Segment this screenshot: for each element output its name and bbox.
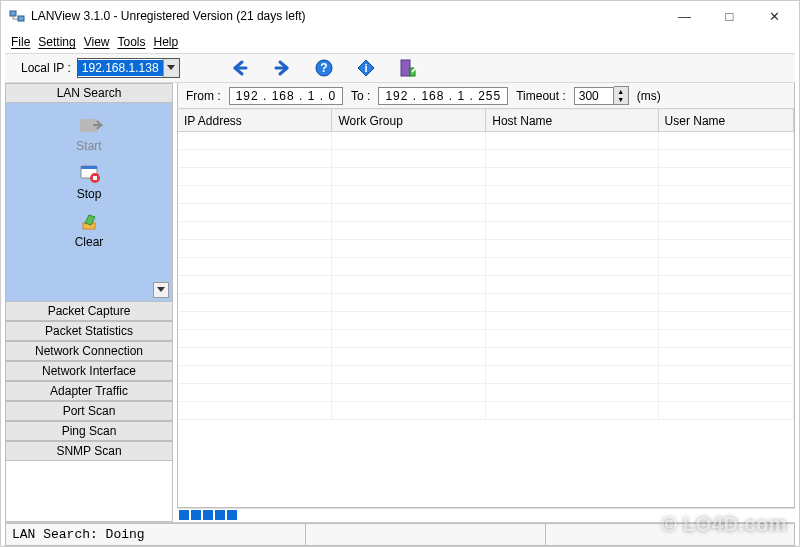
stop-icon bbox=[75, 163, 103, 185]
col-host-name[interactable]: Host Name bbox=[486, 110, 658, 132]
progress-segment bbox=[191, 510, 201, 520]
help-button[interactable]: ? bbox=[312, 56, 336, 80]
section-snmp-scan[interactable]: SNMP Scan bbox=[6, 441, 172, 461]
clear-label: Clear bbox=[75, 235, 104, 249]
timeout-value[interactable]: 300 bbox=[574, 87, 614, 105]
section-packet-statistics[interactable]: Packet Statistics bbox=[6, 321, 172, 341]
sidebar-header-lan-search[interactable]: LAN Search bbox=[6, 83, 172, 103]
table-row bbox=[178, 168, 794, 186]
clear-button[interactable]: Clear bbox=[75, 207, 104, 253]
svg-rect-1 bbox=[18, 16, 24, 21]
dropdown-arrow-icon[interactable] bbox=[163, 59, 179, 77]
ip-range-bar: From : 192 . 168 . 1 . 0 To : 192 . 168 … bbox=[177, 83, 795, 109]
table-row bbox=[178, 204, 794, 222]
table-row bbox=[178, 384, 794, 402]
col-user-name[interactable]: User Name bbox=[658, 110, 793, 132]
maximize-button[interactable]: □ bbox=[707, 2, 752, 30]
status-bar: LAN Search: Doing bbox=[5, 522, 795, 546]
start-icon bbox=[75, 115, 103, 137]
lan-action-panel: Start Stop Clear bbox=[6, 103, 172, 301]
progress-segment bbox=[179, 510, 189, 520]
table-row bbox=[178, 330, 794, 348]
clear-icon bbox=[75, 211, 103, 233]
section-packet-capture[interactable]: Packet Capture bbox=[6, 301, 172, 321]
svg-rect-11 bbox=[93, 176, 97, 180]
back-button[interactable] bbox=[228, 56, 252, 80]
exit-button[interactable] bbox=[396, 56, 420, 80]
local-ip-value: 192.168.1.138 bbox=[78, 60, 163, 76]
table-row bbox=[178, 348, 794, 366]
from-ip-input[interactable]: 192 . 168 . 1 . 0 bbox=[229, 87, 343, 105]
window-title: LANView 3.1.0 - Unregistered Version (21… bbox=[31, 9, 662, 23]
status-cell-3 bbox=[545, 523, 795, 546]
progress-segment bbox=[227, 510, 237, 520]
svg-rect-5 bbox=[401, 60, 410, 76]
svg-text:?: ? bbox=[320, 61, 327, 75]
app-icon bbox=[9, 8, 25, 24]
timeout-unit: (ms) bbox=[637, 89, 661, 103]
section-port-scan[interactable]: Port Scan bbox=[6, 401, 172, 421]
section-adapter-traffic[interactable]: Adapter Traffic bbox=[6, 381, 172, 401]
start-label: Start bbox=[76, 139, 101, 153]
forward-button[interactable] bbox=[270, 56, 294, 80]
local-ip-label: Local IP : bbox=[21, 61, 71, 75]
section-network-connection[interactable]: Network Connection bbox=[6, 341, 172, 361]
table-row bbox=[178, 132, 794, 150]
table-row bbox=[178, 312, 794, 330]
section-network-interface[interactable]: Network Interface bbox=[6, 361, 172, 381]
menu-help[interactable]: Help bbox=[152, 35, 181, 49]
spinner-down-icon[interactable]: ▼ bbox=[614, 96, 628, 105]
section-ping-scan[interactable]: Ping Scan bbox=[6, 421, 172, 441]
info-button[interactable]: i bbox=[354, 56, 378, 80]
spinner-up-icon[interactable]: ▲ bbox=[614, 87, 628, 96]
menu-bar: File Setting View Tools Help bbox=[1, 31, 799, 53]
status-text: LAN Search: Doing bbox=[5, 523, 305, 546]
table-row bbox=[178, 276, 794, 294]
progress-segment bbox=[203, 510, 213, 520]
table-row bbox=[178, 402, 794, 420]
minimize-button[interactable]: ― bbox=[662, 2, 707, 30]
sidebar: LAN Search Start Stop Clear bbox=[5, 83, 173, 522]
close-button[interactable]: ✕ bbox=[752, 2, 797, 30]
content-area: From : 192 . 168 . 1 . 0 To : 192 . 168 … bbox=[177, 83, 795, 522]
results-table: IP Address Work Group Host Name User Nam… bbox=[178, 109, 794, 420]
col-ip-address[interactable]: IP Address bbox=[178, 110, 332, 132]
toolbar: Local IP : 192.168.1.138 ? i bbox=[5, 53, 795, 83]
svg-text:i: i bbox=[364, 62, 367, 74]
table-row bbox=[178, 240, 794, 258]
table-body bbox=[178, 132, 794, 420]
menu-view[interactable]: View bbox=[82, 35, 112, 49]
more-actions-button[interactable] bbox=[153, 282, 169, 298]
table-row bbox=[178, 294, 794, 312]
local-ip-dropdown[interactable]: 192.168.1.138 bbox=[77, 58, 180, 78]
progress-segment bbox=[215, 510, 225, 520]
timeout-spinner[interactable]: 300 ▲ ▼ bbox=[574, 86, 629, 105]
timeout-label: Timeout : bbox=[516, 89, 566, 103]
table-row bbox=[178, 186, 794, 204]
col-work-group[interactable]: Work Group bbox=[332, 110, 486, 132]
window-controls: ― □ ✕ bbox=[662, 2, 797, 30]
status-cell-2 bbox=[305, 523, 545, 546]
to-ip-input[interactable]: 192 . 168 . 1 . 255 bbox=[378, 87, 508, 105]
start-button[interactable]: Start bbox=[75, 111, 103, 157]
table-row bbox=[178, 222, 794, 240]
title-bar: LANView 3.1.0 - Unregistered Version (21… bbox=[1, 1, 799, 31]
from-label: From : bbox=[186, 89, 221, 103]
results-table-wrap: IP Address Work Group Host Name User Nam… bbox=[177, 109, 795, 508]
svg-rect-9 bbox=[81, 166, 97, 169]
progress-bar bbox=[177, 508, 795, 522]
stop-label: Stop bbox=[77, 187, 102, 201]
svg-rect-0 bbox=[10, 11, 16, 16]
menu-setting[interactable]: Setting bbox=[36, 35, 77, 49]
to-label: To : bbox=[351, 89, 370, 103]
table-row bbox=[178, 366, 794, 384]
main-area: LAN Search Start Stop Clear bbox=[5, 83, 795, 522]
table-row bbox=[178, 258, 794, 276]
menu-tools[interactable]: Tools bbox=[116, 35, 148, 49]
stop-button[interactable]: Stop bbox=[75, 159, 103, 205]
table-row bbox=[178, 150, 794, 168]
menu-file[interactable]: File bbox=[9, 35, 32, 49]
